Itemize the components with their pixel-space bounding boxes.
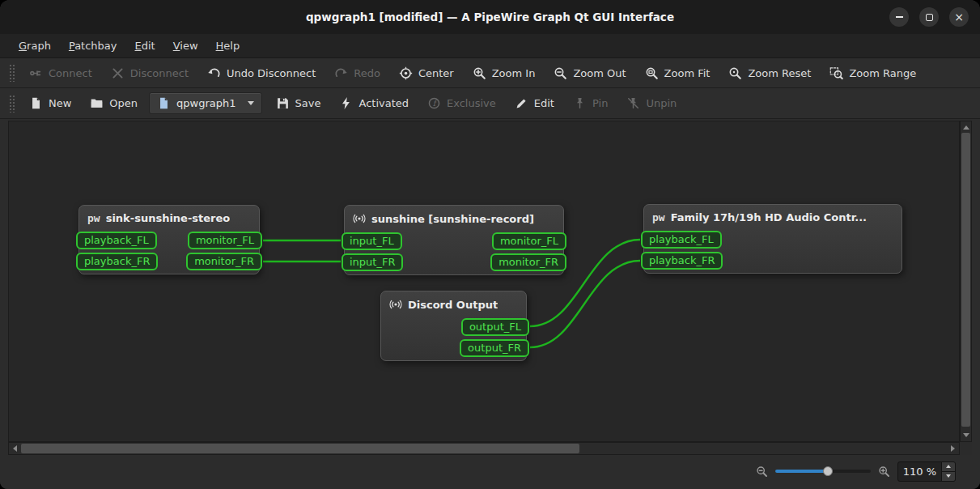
titlebar[interactable]: qpwgraph1 [modified] — A PipeWire Graph …: [0, 0, 980, 34]
node-title: sink-sunshine-stereo: [106, 212, 231, 224]
new-file-icon: [29, 96, 43, 110]
window-minimize-icon: [896, 16, 903, 18]
port-output-fl[interactable]: output_FL: [461, 318, 529, 336]
menu-patchbay[interactable]: Patchbay: [60, 34, 126, 57]
window-maximize-icon: [926, 14, 933, 21]
window-controls: ×: [889, 0, 969, 34]
zoom-spinbox[interactable]: 110 %: [897, 461, 956, 482]
exclusive-icon: f: [427, 96, 441, 110]
zoom-in-mini-icon[interactable]: [878, 466, 890, 478]
vertical-scrollbar-thumb[interactable]: [961, 133, 970, 427]
port-playback-fr[interactable]: playback_FR: [641, 252, 723, 270]
patchbay-profile-combobox[interactable]: qpwgraph1: [149, 92, 261, 114]
spin-up-icon: [946, 465, 951, 468]
open-patchbay-button[interactable]: Open: [83, 93, 145, 113]
minimize-button[interactable]: [889, 7, 909, 27]
scroll-right-arrow[interactable]: [948, 444, 958, 453]
zoom-out-icon: [554, 66, 567, 80]
port-monitor-fr[interactable]: monitor_FR: [186, 253, 262, 270]
menu-view[interactable]: View: [164, 34, 207, 57]
disconnect-icon: [111, 66, 125, 80]
zoom-reset-icon: [728, 66, 742, 80]
port-monitor-fl[interactable]: monitor_FL: [492, 232, 566, 250]
zoom-reset-button[interactable]: Zoom Reset: [721, 63, 818, 83]
zoom-fit-button[interactable]: Zoom Fit: [638, 63, 718, 83]
port-monitor-fl[interactable]: monitor_FL: [188, 232, 262, 249]
toolbar-drag-handle[interactable]: [9, 64, 15, 82]
window-close-icon: ×: [954, 11, 964, 23]
pipewire-icon: pw: [87, 213, 100, 223]
qpwgraph-window: qpwgraph1 [modified] — A PipeWire Graph …: [0, 0, 980, 489]
node-title: Family 17h/19h HD Audio Contr...: [671, 211, 867, 223]
node-header: pw sink-sunshine-stereo: [79, 206, 259, 232]
toolbar-drag-handle[interactable]: [9, 95, 15, 113]
center-button[interactable]: Center: [392, 63, 461, 83]
port-playback-fl[interactable]: playback_FL: [76, 232, 157, 249]
port-input-fr[interactable]: input_FR: [342, 253, 403, 271]
unpin-icon: [626, 96, 640, 110]
open-folder-icon: [90, 96, 104, 110]
port-monitor-fr[interactable]: monitor_FR: [490, 253, 566, 271]
node-header: sunshine [sunshine-record]: [345, 206, 563, 232]
zoom-in-button[interactable]: Zoom In: [465, 63, 543, 83]
connect-icon: [29, 66, 43, 80]
undo-disconnect-button[interactable]: Undo Disconnect: [200, 63, 323, 83]
zoom-slider-handle[interactable]: [823, 466, 833, 476]
port-playback-fr[interactable]: playback_FR: [76, 253, 158, 270]
activated-toggle-button[interactable]: Activated: [332, 93, 416, 113]
scroll-left-arrow[interactable]: [10, 444, 20, 453]
statusbar: 110 %: [0, 457, 980, 489]
redo-icon: [334, 66, 348, 80]
node-header: Discord Output: [381, 291, 526, 318]
zoom-slider-fill: [775, 470, 828, 473]
save-icon: [276, 96, 290, 110]
vertical-scrollbar[interactable]: [960, 121, 972, 442]
node-sunshine-record[interactable]: sunshine [sunshine-record] input_FL moni…: [344, 205, 564, 275]
patchbay-file-icon: [157, 96, 171, 110]
scroll-down-arrow[interactable]: [961, 430, 970, 440]
center-icon: [399, 66, 413, 80]
connection-cables: [9, 121, 959, 441]
chevron-down-icon: [248, 101, 254, 105]
port-playback-fl[interactable]: playback_FL: [641, 231, 722, 249]
port-output-fr[interactable]: output_FR: [460, 339, 529, 357]
unpin-button[interactable]: Unpin: [619, 93, 684, 113]
menu-edit[interactable]: Edit: [126, 34, 164, 57]
spin-down-icon: [946, 474, 951, 478]
node-family-hd-audio[interactable]: pw Family 17h/19h HD Audio Contr... play…: [643, 204, 902, 274]
zoom-out-button[interactable]: Zoom Out: [546, 63, 633, 83]
horizontal-scrollbar-thumb[interactable]: [21, 444, 579, 453]
connect-button[interactable]: Connect: [22, 63, 100, 83]
audio-app-icon: [353, 212, 366, 225]
pin-icon: [573, 96, 587, 110]
save-patchbay-button[interactable]: Save: [269, 93, 329, 113]
scroll-up-arrow[interactable]: [961, 122, 970, 133]
disconnect-button[interactable]: Disconnect: [104, 63, 196, 83]
new-patchbay-button[interactable]: New: [22, 93, 78, 113]
horizontal-scrollbar[interactable]: [8, 442, 960, 455]
redo-button[interactable]: Redo: [327, 63, 388, 83]
zoom-range-button[interactable]: Zoom Range: [822, 63, 923, 83]
node-sink-sunshine-stereo[interactable]: pw sink-sunshine-stereo playback_FL moni…: [78, 205, 260, 274]
window-title: qpwgraph1 [modified] — A PipeWire Graph …: [0, 11, 980, 23]
pin-button[interactable]: Pin: [566, 93, 615, 113]
edit-patchbay-button[interactable]: Edit: [507, 93, 562, 113]
zoom-out-mini-icon[interactable]: [756, 466, 768, 478]
graph-viewport[interactable]: pw sink-sunshine-stereo playback_FL moni…: [8, 121, 960, 442]
exclusive-toggle-button[interactable]: f Exclusive: [420, 93, 503, 113]
close-button[interactable]: ×: [949, 7, 969, 27]
spin-up-button[interactable]: [942, 462, 955, 471]
menu-graph[interactable]: Graph: [10, 34, 60, 57]
graph-canvas-area: pw sink-sunshine-stereo playback_FL moni…: [8, 121, 972, 455]
undo-icon: [207, 66, 221, 80]
node-discord-output[interactable]: Discord Output output_FL output_FR: [380, 291, 527, 361]
patchbay-profile-value: qpwgraph1: [176, 97, 235, 109]
port-input-fl[interactable]: input_FL: [342, 232, 402, 250]
spin-down-button[interactable]: [942, 471, 955, 481]
zoom-range-icon: [829, 66, 843, 80]
maximize-button[interactable]: [919, 7, 939, 27]
pipewire-icon: pw: [652, 212, 665, 223]
menu-help[interactable]: Help: [207, 34, 249, 57]
zoom-slider[interactable]: [775, 465, 871, 478]
zoom-value: 110 %: [898, 462, 941, 481]
